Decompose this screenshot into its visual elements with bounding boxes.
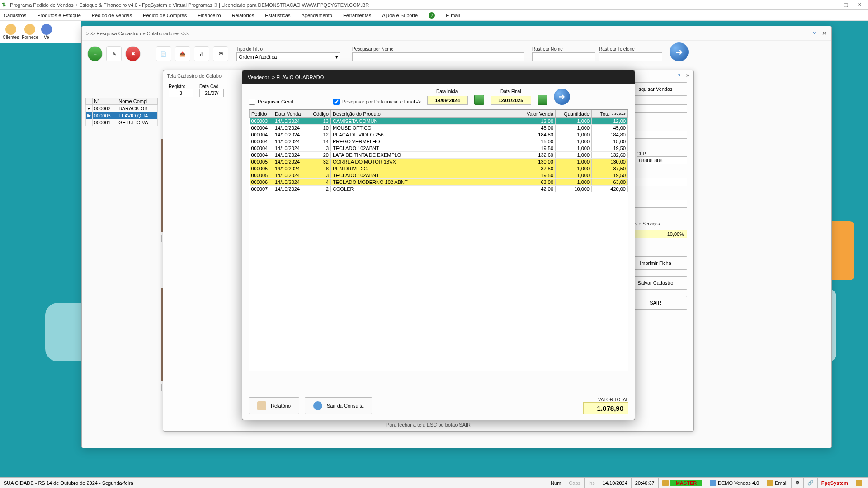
execute-search-button[interactable]: ➜ xyxy=(554,89,570,105)
menu-produtos[interactable]: Produtos e Estoque xyxy=(37,13,81,18)
status-time: 20:40:37 xyxy=(632,478,659,488)
calendar-icon[interactable] xyxy=(538,95,547,105)
menu-relatorios[interactable]: Relatórios xyxy=(232,13,255,18)
maximize-icon[interactable]: ▢ xyxy=(843,2,849,8)
menu-estatisticas[interactable]: Estatísticas xyxy=(265,13,290,18)
menu-pedido-vendas[interactable]: Pedido de Vendas xyxy=(92,13,132,18)
mail-icon xyxy=(767,480,773,486)
delete-button[interactable]: ✖ xyxy=(125,46,141,61)
vendas-grid[interactable]: Pedido Data Venda Código Descrição do Pr… xyxy=(249,109,628,371)
total-value: 1.078,90 xyxy=(583,402,628,414)
printer-icon xyxy=(257,401,266,410)
calendar-icon[interactable] xyxy=(474,95,484,105)
table-row[interactable]: 00000514/10/20248PEN DRIVE 2G37,501,0003… xyxy=(250,165,628,172)
menu-email[interactable]: E-mail xyxy=(446,13,460,18)
user-icon xyxy=(662,480,669,486)
comissao-value: 10,00% xyxy=(631,230,687,238)
app-icon: ⇅ xyxy=(2,2,8,8)
table-row[interactable]: 00000514/10/202432CORREA DO MOTOR 13VX13… xyxy=(250,159,628,165)
list-item[interactable]: 000001GETULIO VA xyxy=(86,119,158,126)
main-toolbar: Clientes Fornece Ve xyxy=(0,21,81,43)
menu-pedido-compras[interactable]: Pedido de Compras xyxy=(143,13,187,18)
badge-icon xyxy=(856,480,862,486)
status-left: SUA CIDADE - RS 14 de Outubro de 2024 - … xyxy=(0,478,547,488)
menu-financeiro[interactable]: Financeiro xyxy=(198,13,221,18)
sair-consulta-button[interactable]: Sair da Consulta xyxy=(305,397,372,414)
total-label: VALOR TOTAL xyxy=(583,397,628,402)
exit-icon xyxy=(313,401,322,410)
status-email[interactable]: Email xyxy=(763,478,792,488)
rastrear-nome-label: Rastrear Nome xyxy=(532,47,595,52)
status-config[interactable]: ⚙ xyxy=(792,478,804,488)
export-button[interactable]: 📤 xyxy=(175,46,190,61)
status-ins: Ins xyxy=(585,478,599,488)
edit-button[interactable]: ✎ xyxy=(106,46,122,61)
menu-ajuda[interactable]: Ajuda e Suporte xyxy=(382,13,418,18)
tipo-filtro-select[interactable]: Ordem Alfabética▾ xyxy=(236,52,340,61)
table-row[interactable]: 00000714/10/20242COOLER42,0010,000420,00 xyxy=(250,186,628,192)
cep-input[interactable] xyxy=(637,156,687,164)
toolbar-fornecedores[interactable]: Fornece xyxy=(22,24,38,40)
search-go-button[interactable]: ➜ xyxy=(670,42,689,61)
data-final-label: Data Final xyxy=(500,89,521,94)
table-row[interactable]: 00000414/10/202412PLACA DE VIDEO 256184,… xyxy=(250,131,628,138)
data-final-input[interactable] xyxy=(491,96,531,105)
datacad-input[interactable] xyxy=(199,89,224,97)
status-brand[interactable]: FpqSystem xyxy=(818,478,852,488)
menu-agendamento[interactable]: Agendamento xyxy=(301,13,332,18)
app-title: Programa Pedido de Vendas + Estoque & Fi… xyxy=(10,2,829,8)
tipo-filtro-label: Tipo do Filtro xyxy=(236,47,340,52)
cadastro-footer: Para fechar a tela ESC ou botão SAIR xyxy=(163,422,693,427)
menubar: Cadastros Produtos e Estoque Pedido de V… xyxy=(0,10,868,21)
app-titlebar: ⇅ Programa Pedido de Vendas + Estoque & … xyxy=(0,0,868,10)
data-inicial-input[interactable] xyxy=(427,96,468,105)
status-date: 14/10/2024 xyxy=(599,478,632,488)
pesquisar-data-check[interactable]: Pesquisar por Data inicial e Final -> xyxy=(333,99,421,105)
table-row[interactable]: 00000314/10/202413CAMISETA COMUN12,001,0… xyxy=(250,118,628,125)
close-icon[interactable]: ✕ xyxy=(822,30,827,37)
close-icon[interactable]: ✕ xyxy=(856,2,863,8)
data-inicial-label: Data Inicial xyxy=(436,89,458,94)
toolbar-vendas[interactable]: Ve xyxy=(41,24,52,40)
pesquisar-geral-check[interactable]: Pesquisar Geral xyxy=(249,99,293,105)
colab-title: >>> Pesquisa Cadastro de Colaboradores <… xyxy=(86,31,813,36)
datacad-label: Data Cad xyxy=(199,84,224,89)
table-row[interactable]: 00000514/10/20243TECLADO 102ABNT19,501,0… xyxy=(250,172,628,179)
table-row[interactable]: 00000414/10/202410MOUSE OPTICO45,001,000… xyxy=(250,125,628,131)
toolbar-clientes[interactable]: Clientes xyxy=(3,24,19,40)
pesquisar-nome-label: Pesquisar por Nome xyxy=(352,47,524,52)
list-item[interactable]: ▸000002BARACK OB xyxy=(86,105,158,112)
copy-button[interactable]: 📄 xyxy=(156,46,171,61)
mail-button[interactable]: ✉ xyxy=(213,46,228,61)
rastrear-nome-input[interactable] xyxy=(532,52,595,61)
cep-label: CEP xyxy=(637,151,687,156)
app-small-icon xyxy=(710,480,716,486)
rastrear-telefone-label: Rastrear Telefone xyxy=(599,47,662,52)
help-icon[interactable]: ? xyxy=(429,12,435,19)
print-button[interactable]: 🖨 xyxy=(194,46,209,61)
table-row[interactable]: 00000614/10/20244TECLADO MODERNO 102 ABN… xyxy=(250,179,628,186)
table-row[interactable]: 00000414/10/202414PREGO VERMELHO15,001,0… xyxy=(250,138,628,145)
chevron-down-icon: ▾ xyxy=(335,54,338,60)
vendedor-title: Vendedor -> FLAVIO QUADRADO xyxy=(242,70,635,84)
pesquisar-nome-input[interactable] xyxy=(352,52,524,61)
registro-label: Registro xyxy=(169,84,193,89)
minimize-icon[interactable]: — xyxy=(829,2,835,8)
add-button[interactable]: ＋ xyxy=(87,46,103,61)
list-item[interactable]: ▶000003FLAVIO QUA xyxy=(86,112,158,119)
colab-list: NºNome Compl ▸000002BARACK OB▶000003FLAV… xyxy=(85,98,158,126)
menu-cadastros[interactable]: Cadastros xyxy=(4,13,26,18)
table-row[interactable]: 00000414/10/202420LATA DE TINTA DE EXEMP… xyxy=(250,152,628,159)
status-master-wrap: MASTER xyxy=(659,478,706,488)
status-link[interactable]: 🔗 xyxy=(804,478,818,488)
status-badge xyxy=(852,478,868,488)
relatorio-button[interactable]: Relatório xyxy=(249,397,299,414)
menu-ferramentas[interactable]: Ferramentas xyxy=(343,13,371,18)
status-caps: Caps xyxy=(565,478,585,488)
dialog-vendedor: Vendedor -> FLAVIO QUADRADO Pesquisar Ge… xyxy=(242,70,635,420)
help-icon[interactable]: ? xyxy=(813,31,816,36)
rastrear-telefone-input[interactable] xyxy=(599,52,662,61)
statusbar: SUA CIDADE - RS 14 de Outubro de 2024 - … xyxy=(0,477,868,488)
table-row[interactable]: 00000414/10/20243TECLADO 102ABNT19,501,0… xyxy=(250,145,628,152)
registro-input[interactable] xyxy=(169,89,193,97)
